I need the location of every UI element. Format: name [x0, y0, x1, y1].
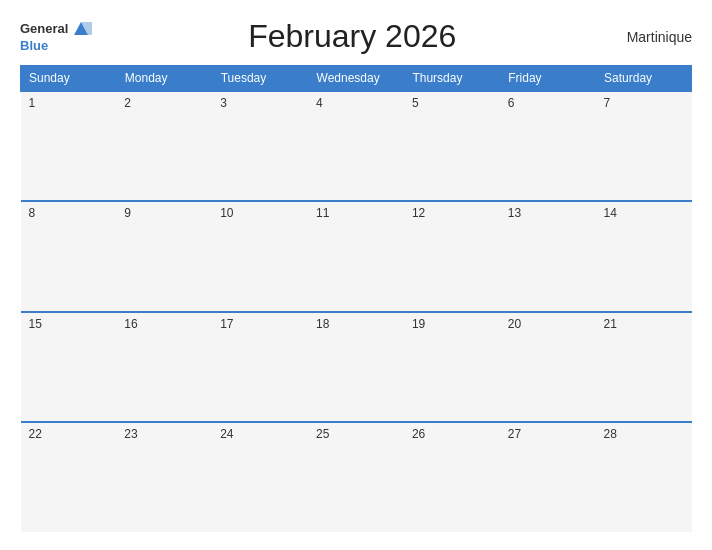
calendar-cell: 17 — [212, 312, 308, 422]
day-number: 13 — [508, 206, 521, 220]
calendar-week-4: 22232425262728 — [21, 422, 692, 532]
calendar-cell: 12 — [404, 201, 500, 311]
day-number: 28 — [604, 427, 617, 441]
day-number: 17 — [220, 317, 233, 331]
days-of-week-row: Sunday Monday Tuesday Wednesday Thursday… — [21, 66, 692, 92]
day-number: 8 — [29, 206, 36, 220]
calendar-cell: 7 — [596, 91, 692, 201]
day-number: 25 — [316, 427, 329, 441]
day-number: 16 — [124, 317, 137, 331]
day-number: 11 — [316, 206, 329, 220]
col-tuesday: Tuesday — [212, 66, 308, 92]
day-number: 26 — [412, 427, 425, 441]
calendar-cell: 19 — [404, 312, 500, 422]
calendar-cell: 25 — [308, 422, 404, 532]
day-number: 5 — [412, 96, 419, 110]
logo-blue-text: Blue — [20, 39, 48, 53]
calendar-cell: 5 — [404, 91, 500, 201]
day-number: 12 — [412, 206, 425, 220]
calendar-cell: 10 — [212, 201, 308, 311]
day-number: 22 — [29, 427, 42, 441]
calendar-cell: 28 — [596, 422, 692, 532]
calendar-cell: 20 — [500, 312, 596, 422]
calendar-cell: 23 — [116, 422, 212, 532]
day-number: 4 — [316, 96, 323, 110]
month-title: February 2026 — [92, 18, 612, 55]
col-sunday: Sunday — [21, 66, 117, 92]
day-number: 10 — [220, 206, 233, 220]
day-number: 18 — [316, 317, 329, 331]
day-number: 24 — [220, 427, 233, 441]
day-number: 14 — [604, 206, 617, 220]
calendar-cell: 21 — [596, 312, 692, 422]
calendar-week-2: 891011121314 — [21, 201, 692, 311]
col-saturday: Saturday — [596, 66, 692, 92]
calendar-cell: 15 — [21, 312, 117, 422]
calendar-cell: 16 — [116, 312, 212, 422]
col-wednesday: Wednesday — [308, 66, 404, 92]
day-number: 21 — [604, 317, 617, 331]
calendar-cell: 13 — [500, 201, 596, 311]
day-number: 23 — [124, 427, 137, 441]
calendar-cell: 22 — [21, 422, 117, 532]
logo-icon — [70, 17, 92, 39]
calendar-cell: 4 — [308, 91, 404, 201]
col-thursday: Thursday — [404, 66, 500, 92]
calendar-cell: 26 — [404, 422, 500, 532]
col-friday: Friday — [500, 66, 596, 92]
header: General Blue February 2026 Martinique — [20, 18, 692, 55]
calendar-cell: 6 — [500, 91, 596, 201]
calendar-cell: 18 — [308, 312, 404, 422]
day-number: 3 — [220, 96, 227, 110]
calendar-cell: 3 — [212, 91, 308, 201]
day-number: 15 — [29, 317, 42, 331]
calendar-cell: 8 — [21, 201, 117, 311]
calendar-week-1: 1234567 — [21, 91, 692, 201]
col-monday: Monday — [116, 66, 212, 92]
calendar-table: Sunday Monday Tuesday Wednesday Thursday… — [20, 65, 692, 532]
calendar-cell: 9 — [116, 201, 212, 311]
logo-general-text: General — [20, 22, 68, 36]
day-number: 9 — [124, 206, 131, 220]
calendar-cell: 24 — [212, 422, 308, 532]
calendar-week-3: 15161718192021 — [21, 312, 692, 422]
day-number: 19 — [412, 317, 425, 331]
region-label: Martinique — [612, 29, 692, 45]
calendar-cell: 27 — [500, 422, 596, 532]
day-number: 2 — [124, 96, 131, 110]
calendar-cell: 2 — [116, 91, 212, 201]
calendar-cell: 11 — [308, 201, 404, 311]
logo: General Blue — [20, 19, 92, 53]
day-number: 20 — [508, 317, 521, 331]
page: General Blue February 2026 Martinique Su… — [0, 0, 712, 550]
day-number: 27 — [508, 427, 521, 441]
calendar-cell: 14 — [596, 201, 692, 311]
calendar-cell: 1 — [21, 91, 117, 201]
day-number: 6 — [508, 96, 515, 110]
day-number: 7 — [604, 96, 611, 110]
day-number: 1 — [29, 96, 36, 110]
